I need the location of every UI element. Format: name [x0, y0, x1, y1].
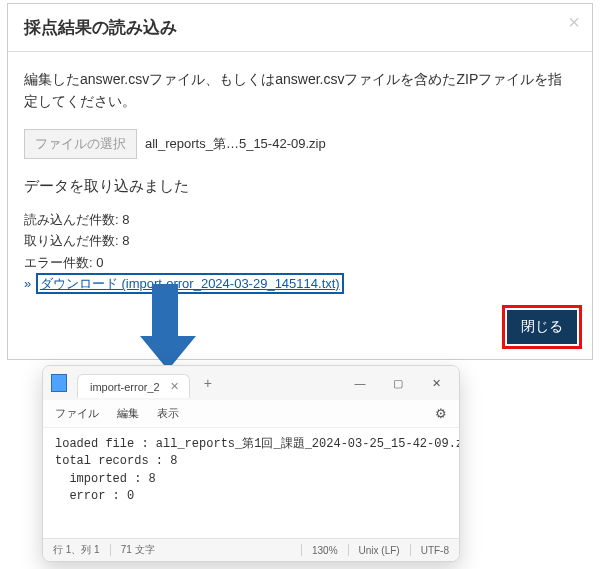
window-controls: — ▢ ✕	[341, 369, 455, 397]
content-line-4: error : 0	[55, 489, 134, 503]
status-zoom: 130%	[312, 545, 338, 556]
notepad-statusbar: 行 1、列 1 71 文字 130% Unix (LF) UTF-8	[43, 538, 459, 561]
instruction-text: 編集したanswer.csvファイル、もしくはanswer.csvファイルを含め…	[24, 68, 576, 113]
minimize-icon[interactable]: —	[341, 369, 379, 397]
dialog-header: 採点結果の読み込み ×	[8, 4, 592, 52]
loaded-count: 読み込んだ件数: 8	[24, 210, 576, 230]
content-line-1: loaded file : all_reports_第1回_課題_2024-03…	[55, 437, 459, 451]
content-line-2: total records : 8	[55, 454, 177, 468]
status-eol: Unix (LF)	[359, 545, 400, 556]
arrow-down-icon	[140, 284, 190, 374]
status-message: データを取り込みました	[24, 177, 576, 196]
imported-count: 取り込んだ件数: 8	[24, 231, 576, 251]
close-button-highlight: 閉じる	[502, 305, 582, 349]
notepad-titlebar: import-error_2 ✕ + — ▢ ✕	[43, 366, 459, 400]
import-dialog: 採点結果の読み込み × 編集したanswer.csvファイル、もしくはanswe…	[7, 3, 593, 360]
notepad-tab[interactable]: import-error_2 ✕	[77, 374, 190, 398]
tab-add-icon[interactable]: +	[198, 373, 218, 393]
menu-edit[interactable]: 編集	[117, 406, 139, 421]
close-icon[interactable]: ×	[568, 12, 580, 32]
notepad-content[interactable]: loaded file : all_reports_第1回_課題_2024-03…	[43, 428, 459, 544]
close-button[interactable]: 閉じる	[507, 310, 577, 344]
dialog-body: 編集したanswer.csvファイル、もしくはanswer.csvファイルを含め…	[8, 52, 592, 294]
notepad-window: import-error_2 ✕ + — ▢ ✕ ファイル 編集 表示 ⚙ lo…	[42, 365, 460, 562]
notepad-menubar: ファイル 編集 表示 ⚙	[43, 400, 459, 428]
menu-file[interactable]: ファイル	[55, 406, 99, 421]
error-count: エラー件数: 0	[24, 253, 576, 273]
dialog-title: 採点結果の読み込み	[24, 16, 576, 39]
file-choose-button[interactable]: ファイルの選択	[24, 129, 137, 159]
window-close-icon[interactable]: ✕	[417, 369, 455, 397]
menu-view[interactable]: 表示	[157, 406, 179, 421]
content-line-3: imported : 8	[55, 472, 156, 486]
download-line: » ダウンロード (import-error_2024-03-29_145114…	[24, 274, 576, 294]
gear-icon[interactable]: ⚙	[435, 406, 447, 421]
notepad-tab-title: import-error_2	[90, 381, 160, 393]
status-chars: 71 文字	[121, 543, 155, 557]
raquo-icon: »	[24, 276, 35, 291]
status-encoding: UTF-8	[421, 545, 449, 556]
status-cursor: 行 1、列 1	[53, 543, 100, 557]
maximize-icon[interactable]: ▢	[379, 369, 417, 397]
notepad-app-icon	[51, 374, 67, 392]
counts-block: 読み込んだ件数: 8 取り込んだ件数: 8 エラー件数: 0 » ダウンロード …	[24, 210, 576, 294]
dialog-footer: 閉じる	[502, 305, 582, 349]
file-input-row: ファイルの選択 all_reports_第…5_15-42-09.zip	[24, 129, 576, 159]
selected-file-name: all_reports_第…5_15-42-09.zip	[145, 135, 326, 153]
tab-close-icon[interactable]: ✕	[170, 380, 179, 393]
